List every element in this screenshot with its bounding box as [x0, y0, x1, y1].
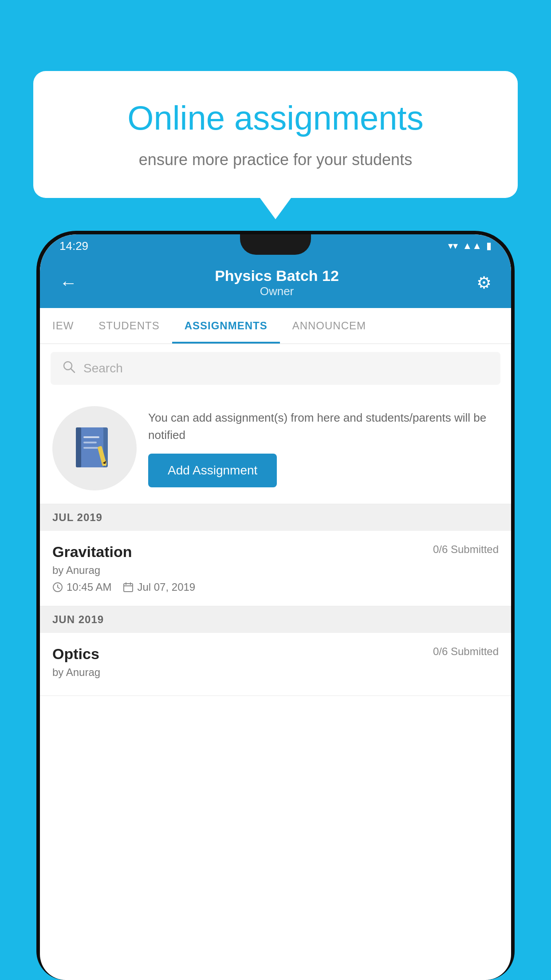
phone-notch [240, 234, 311, 255]
assignment-item-optics[interactable]: Optics 0/6 Submitted by Anurag [40, 633, 511, 696]
app-header: ← Physics Batch 12 Owner ⚙ [40, 257, 511, 308]
tabs-bar: IEW STUDENTS ASSIGNMENTS ANNOUNCEM [40, 308, 511, 344]
section-header-jul-label: JUL 2019 [52, 511, 102, 523]
prompt-text: You can add assignment(s) from here and … [148, 409, 499, 444]
prompt-section: You can add assignment(s) from here and … [40, 393, 511, 504]
header-title-group: Physics Batch 12 Owner [215, 267, 339, 298]
svg-line-1 [71, 369, 75, 372]
svg-rect-5 [83, 436, 99, 438]
tab-students[interactable]: STUDENTS [86, 308, 172, 344]
settings-icon[interactable]: ⚙ [476, 273, 492, 292]
calendar-icon [123, 582, 134, 593]
header-subtitle: Owner [215, 285, 339, 298]
section-header-jun-label: JUN 2019 [52, 613, 104, 625]
assignment-name-optics: Optics [52, 645, 99, 663]
assignment-author-gravitation: by Anurag [52, 564, 499, 577]
add-assignment-button[interactable]: Add Assignment [148, 454, 277, 487]
section-header-jun: JUN 2019 [40, 606, 511, 633]
svg-rect-7 [83, 447, 98, 449]
assignment-notebook-icon [72, 424, 117, 473]
assignment-row-top: Gravitation 0/6 Submitted [52, 543, 499, 561]
header-title: Physics Batch 12 [215, 267, 339, 285]
assignment-name-gravitation: Gravitation [52, 543, 132, 561]
phone-screen-wrapper: 14:29 ▾▾ ▲▲ ▮ ← Physics Batch 12 Owner ⚙… [40, 234, 511, 980]
assignment-author-optics: by Anurag [52, 666, 499, 679]
assignment-time-gravitation: 10:45 AM [67, 581, 111, 593]
back-button[interactable]: ← [59, 273, 77, 293]
prompt-content: You can add assignment(s) from here and … [148, 409, 499, 487]
assignment-date-gravitation: Jul 07, 2019 [137, 581, 195, 593]
assignment-item-gravitation[interactable]: Gravitation 0/6 Submitted by Anurag 10:4… [40, 531, 511, 606]
submitted-count-gravitation: 0/6 Submitted [433, 543, 499, 556]
svg-rect-4 [76, 427, 81, 467]
status-icons: ▾▾ ▲▲ ▮ [448, 240, 492, 252]
search-input-placeholder: Search [83, 361, 123, 375]
assignment-icon-circle [52, 406, 137, 490]
tab-assignments[interactable]: ASSIGNMENTS [172, 308, 280, 344]
battery-icon: ▮ [486, 240, 492, 252]
signal-icon: ▲▲ [462, 240, 482, 252]
bubble-title: Online assignments [64, 98, 487, 138]
speech-bubble: Online assignments ensure more practice … [33, 71, 518, 198]
speech-bubble-container: Online assignments ensure more practice … [33, 71, 518, 198]
search-bar[interactable]: Search [51, 352, 500, 385]
tab-iew[interactable]: IEW [40, 308, 86, 344]
search-icon [62, 360, 75, 377]
status-time: 14:29 [59, 239, 88, 253]
meta-time-gravitation: 10:45 AM [52, 581, 111, 593]
section-header-jul: JUL 2019 [40, 504, 511, 531]
search-container: Search [40, 344, 511, 393]
clock-icon [52, 582, 63, 593]
meta-date-gravitation: Jul 07, 2019 [123, 581, 195, 593]
svg-rect-6 [83, 442, 97, 443]
assignment-meta-gravitation: 10:45 AM Jul 07, 2019 [52, 581, 499, 593]
bubble-subtitle: ensure more practice for your students [64, 149, 487, 171]
tab-announcements[interactable]: ANNOUNCEM [280, 308, 378, 344]
svg-line-13 [58, 587, 59, 589]
svg-rect-14 [124, 584, 133, 592]
assignment-row-top-optics: Optics 0/6 Submitted [52, 645, 499, 663]
submitted-count-optics: 0/6 Submitted [433, 645, 499, 658]
phone-screen: 14:29 ▾▾ ▲▲ ▮ ← Physics Batch 12 Owner ⚙… [40, 234, 511, 980]
wifi-icon: ▾▾ [448, 240, 458, 252]
